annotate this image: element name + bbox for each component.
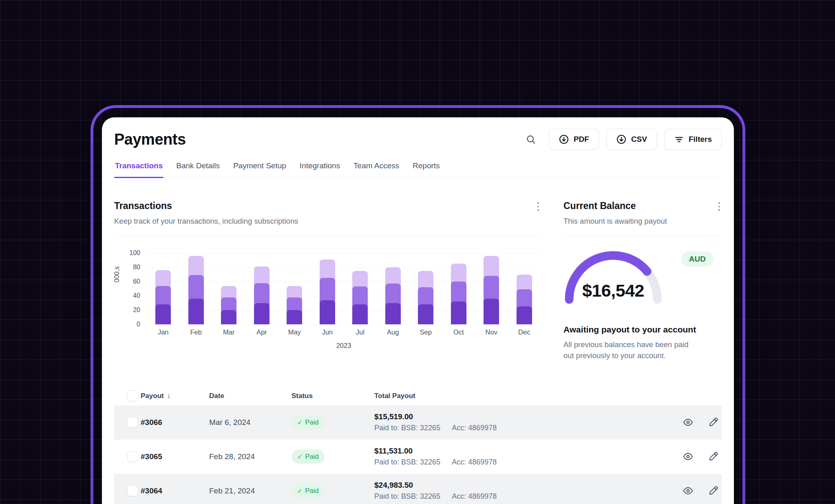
- y-axis-tick: 40: [123, 292, 140, 300]
- eye-icon: [683, 417, 694, 428]
- kebab-menu-icon[interactable]: [717, 200, 722, 213]
- currency-badge: AUD: [681, 251, 714, 267]
- transactions-subtitle: Keep track of your transactions, includi…: [114, 217, 541, 226]
- bar-segment: [418, 304, 433, 324]
- paid-to-bsb: Paid to: BSB: 32265: [374, 492, 440, 501]
- filters-button[interactable]: Filters: [664, 129, 722, 150]
- bar-segment: [451, 302, 466, 324]
- check-icon: ✓: [297, 487, 303, 495]
- x-axis-label: Jan: [147, 328, 179, 336]
- csv-export-button[interactable]: CSV: [606, 129, 657, 150]
- edit-payout-button[interactable]: [708, 485, 722, 496]
- eye-icon: [683, 451, 694, 462]
- y-axis-tick: 80: [123, 263, 140, 271]
- payout-id: #3064: [141, 486, 209, 495]
- balance-subtitle: This amount is awaiting payout: [563, 217, 722, 226]
- edit-payout-button[interactable]: [708, 417, 722, 428]
- bar-may: [278, 253, 311, 324]
- column-header-payout[interactable]: Payout↓: [141, 392, 209, 400]
- chart-plot: 020406080100: [147, 253, 541, 324]
- paid-to-bsb: Paid to: BSB: 32265: [374, 458, 440, 467]
- search-icon: [526, 134, 537, 145]
- row-checkbox[interactable]: [127, 485, 138, 496]
- column-header-status[interactable]: Status: [292, 392, 374, 400]
- download-circle-icon: [559, 134, 569, 145]
- transactions-title: Transactions: [114, 200, 172, 211]
- edit-payout-button[interactable]: [708, 451, 722, 462]
- view-payout-button[interactable]: [683, 485, 708, 496]
- bar-segment: [221, 310, 236, 324]
- table-row: #3064Feb 21, 2024✓Paid$24,983.50Paid to:…: [114, 474, 722, 504]
- x-axis-label: Jun: [311, 328, 344, 336]
- divider: [563, 236, 722, 237]
- x-axis-label: Sep: [409, 328, 442, 336]
- row-checkbox[interactable]: [127, 451, 138, 462]
- tab-transactions[interactable]: Transactions: [114, 160, 163, 177]
- bar-jun: [311, 253, 344, 324]
- total-payout-cell: $11,531.00Paid to: BSB: 32265Acc: 486997…: [374, 447, 683, 467]
- column-header-total-payout[interactable]: Total Payout: [374, 392, 683, 400]
- bar-segment: [320, 300, 335, 325]
- payout-amount: $24,983.50: [374, 481, 683, 490]
- table-row: #3066Mar 6, 2024✓Paid$15,519.00Paid to: …: [114, 405, 722, 440]
- pdf-button-label: PDF: [574, 135, 589, 144]
- search-button[interactable]: [526, 134, 537, 145]
- csv-button-label: CSV: [631, 135, 647, 144]
- transactions-chart: 000,s 020406080100: [114, 253, 541, 324]
- tab-integrations[interactable]: Integrations: [299, 160, 341, 177]
- y-axis-tick: 60: [123, 277, 140, 286]
- payout-amount: $11,531.00: [374, 447, 683, 456]
- paid-to-bsb: Paid to: BSB: 32265: [374, 424, 440, 432]
- x-axis-label: Feb: [180, 328, 212, 336]
- bar-segment: [517, 306, 532, 324]
- x-axis-label: Mar: [212, 328, 245, 336]
- view-payout-button[interactable]: [683, 417, 708, 428]
- y-axis-tick: 20: [123, 306, 140, 314]
- bar-segment: [484, 299, 499, 324]
- bar-jul: [344, 253, 376, 324]
- bar-aug: [377, 253, 409, 324]
- payout-date: Mar 6, 2024: [209, 418, 292, 427]
- select-all-checkbox[interactable]: [127, 390, 138, 401]
- x-axis-label: May: [278, 328, 311, 336]
- card-header: Payments PDF: [114, 129, 722, 150]
- pencil-icon: [708, 417, 719, 428]
- transactions-panel-head: Transactions: [114, 200, 541, 213]
- column-header-date[interactable]: Date: [209, 392, 292, 400]
- payments-card: Payments PDF: [102, 117, 734, 504]
- tab-team-access[interactable]: Team Access: [353, 160, 400, 177]
- bar-mar: [212, 253, 245, 324]
- tab-bar: TransactionsBank DetailsPayment SetupInt…: [114, 160, 722, 178]
- filter-lines-icon: [674, 134, 684, 145]
- total-payout-cell: $15,519.00Paid to: BSB: 32265Acc: 486997…: [374, 412, 683, 432]
- kebab-menu-icon[interactable]: [536, 200, 541, 213]
- filters-button-label: Filters: [689, 135, 712, 144]
- status-badge: ✓Paid: [292, 449, 325, 464]
- x-axis-label: Nov: [475, 328, 508, 336]
- download-circle-icon: [616, 134, 627, 145]
- view-payout-button[interactable]: [683, 451, 708, 462]
- table-row: #3065Feb 28, 2024✓Paid$11,531.00Paid to:…: [114, 440, 722, 474]
- tab-payment-setup[interactable]: Payment Setup: [232, 160, 287, 177]
- eye-icon: [683, 485, 694, 496]
- bar-segment: [254, 303, 269, 325]
- row-checkbox[interactable]: [127, 417, 138, 428]
- pencil-icon: [708, 485, 719, 496]
- table-header-row: Payout↓ Date Status Total Payout: [114, 387, 722, 405]
- payout-date: Feb 28, 2024: [209, 452, 292, 461]
- bar-sep: [409, 253, 442, 324]
- tab-bank-details[interactable]: Bank Details: [175, 160, 221, 177]
- balance-amount: $16,542: [563, 281, 663, 301]
- balance-panel: Current Balance This amount is awaiting …: [563, 200, 722, 361]
- tab-reports[interactable]: Reports: [412, 160, 441, 177]
- bar-oct: [442, 253, 475, 324]
- payout-date: Feb 21, 2024: [209, 486, 292, 495]
- balance-gauge: $16,542 AUD: [563, 250, 722, 312]
- toolbar: PDF CSV Filters: [526, 129, 722, 150]
- x-axis-label: Apr: [245, 328, 278, 336]
- chart-x-labels: JanFebMarAprMayJunJulAugSepOctNovDec: [114, 328, 541, 336]
- pdf-export-button[interactable]: PDF: [549, 129, 599, 150]
- check-icon: ✓: [297, 419, 303, 426]
- main-content: Transactions Keep track of your transact…: [114, 200, 722, 361]
- bar-jan: [147, 253, 179, 324]
